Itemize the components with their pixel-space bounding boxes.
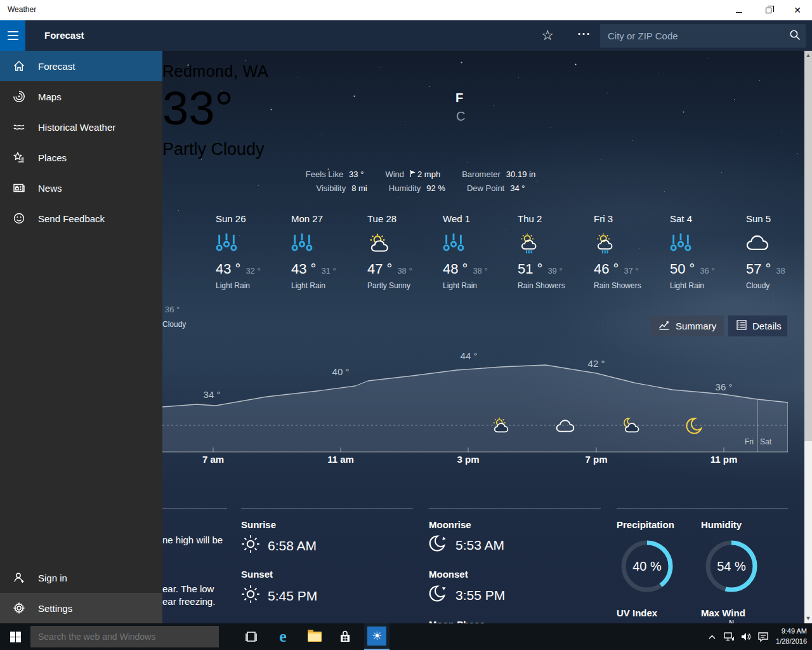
chart-temp-label: 40 °: [322, 366, 360, 377]
taskbar: e ☀ The Collection Book 9:49 AM: [0, 623, 812, 650]
daily-forecast-day[interactable]: Sun 26 43 °32 ° Light Rain: [216, 213, 289, 290]
radar-map-icon: [0, 90, 38, 103]
daily-forecast-day[interactable]: Tue 28 47 °38 ° Partly Sunny: [367, 213, 441, 290]
partly-sunny-icon: [367, 233, 441, 257]
chart-temp-label: 36 °: [705, 381, 743, 392]
chart-temp-label: 34 °: [193, 389, 231, 400]
tray-chevron-up-icon[interactable]: [705, 635, 718, 639]
close-button[interactable]: ✕: [783, 0, 812, 20]
summary-tab-button[interactable]: Summary: [650, 315, 724, 336]
gear-icon: [0, 602, 38, 614]
edge-browser-button[interactable]: e: [270, 623, 296, 650]
volume-icon[interactable]: [740, 632, 752, 641]
details-tab-button[interactable]: Details: [728, 315, 787, 336]
sunset-label: Sunset: [241, 569, 273, 580]
restore-button[interactable]: [754, 0, 783, 20]
search-icon[interactable]: [784, 29, 806, 43]
precipitation-value: 40 %: [618, 559, 676, 574]
location-search-input[interactable]: [600, 30, 784, 41]
unit-fahrenheit-toggle[interactable]: F: [455, 91, 468, 105]
tray-date: 1/28/2016: [774, 637, 807, 647]
cloudy-icon: [746, 233, 812, 257]
task-view-button[interactable]: [239, 623, 264, 650]
scrollbar-down-arrow[interactable]: ▼: [804, 614, 812, 623]
sidebar-item-places[interactable]: Places: [0, 142, 162, 173]
weather-app-icon: ☀: [367, 627, 386, 646]
light-rain-icon: [291, 233, 365, 257]
current-location: Redmond, WA: [162, 62, 679, 81]
weather-app-taskbar-button[interactable]: ☀: [364, 623, 390, 650]
daily-partial-condition: Cloudy: [162, 320, 186, 329]
scrollbar-thumb[interactable]: [804, 60, 812, 441]
daily-forecast-day[interactable]: Fri 3 46 °37 ° Rain Showers: [594, 213, 667, 290]
sidebar-item-sign-in[interactable]: Sign in: [0, 562, 162, 593]
start-button[interactable]: [0, 623, 30, 650]
chart-x-tick: 3 pm: [446, 454, 490, 465]
more-options-button[interactable]: ···: [574, 24, 594, 44]
light-rain-icon: [670, 233, 743, 257]
forecast-main-panel: Redmond, WA 33° F C Partly Cloudy Feels …: [162, 51, 812, 623]
home-icon: [0, 60, 38, 72]
sunrise-value: 6:58 AM: [241, 534, 317, 557]
humidity-label: Humidity: [701, 519, 742, 530]
current-temperature: 33°: [162, 81, 679, 135]
edge-icon: e: [279, 627, 287, 646]
chart-temp-label: 44 °: [450, 350, 488, 361]
current-details-row-1: Feels Like33 ° Wind2 mph Barometer30.19 …: [162, 169, 679, 179]
sunrise-sun-icon: [241, 534, 260, 557]
sidebar-item-label: Maps: [38, 91, 62, 102]
sidebar-item-label: Send Feedback: [38, 213, 105, 224]
daily-forecast-day[interactable]: Thu 2 51 °39 ° Rain Showers: [518, 213, 591, 290]
taskbar-search-box[interactable]: [30, 626, 219, 647]
daily-partial-low-temp: 36 °: [165, 305, 180, 314]
taskbar-clock[interactable]: 9:49 AM 1/28/2016: [774, 627, 807, 647]
person-icon: [0, 571, 38, 584]
sunset-sun-icon: [241, 585, 260, 607]
store-icon: [339, 630, 351, 643]
sidebar-item-news[interactable]: News: [0, 173, 162, 203]
max-wind-label: Max Wind: [701, 607, 745, 618]
unit-celsius-toggle[interactable]: C: [456, 109, 469, 124]
sidebar-item-settings[interactable]: Settings: [0, 593, 162, 623]
sidebar-item-forecast[interactable]: Forecast: [0, 51, 162, 81]
hourly-temperature-chart[interactable]: [162, 347, 788, 453]
location-search-box[interactable]: [600, 24, 806, 48]
favorite-star-icon[interactable]: ☆: [539, 27, 556, 44]
scrollbar-up-arrow[interactable]: ▲: [804, 51, 812, 60]
chart-x-tick: 7 pm: [574, 454, 619, 465]
rain-showers-icon: [594, 233, 667, 257]
wind-direction-icon: [410, 169, 416, 179]
store-button[interactable]: [332, 623, 358, 650]
sidebar-item-maps[interactable]: Maps: [0, 81, 162, 112]
star-list-icon: [0, 151, 38, 164]
column-divider: [429, 508, 601, 508]
daily-forecast-day[interactable]: Sun 5 57 °38 Cloudy: [746, 213, 812, 290]
chart-x-tick: 11 pm: [702, 454, 746, 465]
sidebar-item-send-feedback[interactable]: Send Feedback: [0, 203, 162, 234]
chart-temp-label: 42 °: [577, 358, 615, 369]
chart-x-tick: 11 am: [318, 454, 363, 465]
history-chart-icon: [0, 121, 38, 133]
navigation-sidebar: Forecast Maps Historical Weather Places …: [0, 51, 162, 623]
current-condition: Partly Cloudy: [162, 140, 679, 159]
taskbar-search-input[interactable]: [30, 632, 219, 642]
app-bar: Forecast ☆ ···: [0, 20, 812, 51]
daily-forecast-day[interactable]: Mon 27 43 °31 ° Light Rain: [291, 213, 365, 290]
news-icon: [0, 182, 38, 194]
hamburger-menu-button[interactable]: [0, 20, 25, 51]
sidebar-item-historical-weather[interactable]: Historical Weather: [0, 112, 162, 142]
weather-app-window: Weather ✕ Forecast ☆ ··· Forecast: [0, 0, 812, 650]
daily-forecast-day[interactable]: Sat 4 50 °36 ° Light Rain: [670, 213, 743, 290]
file-explorer-button[interactable]: [302, 623, 327, 650]
column-divider: [617, 508, 788, 508]
vertical-scrollbar[interactable]: ▲ ▼: [804, 51, 812, 623]
minimize-icon: [736, 12, 742, 13]
daily-forecast-day[interactable]: Wed 1 48 °38 ° Light Rain: [443, 213, 516, 290]
action-center-icon[interactable]: [757, 632, 769, 642]
uv-index-label: UV Index: [617, 607, 657, 618]
humidity-value: 54 %: [702, 559, 761, 574]
restore-icon: [766, 8, 771, 13]
network-icon[interactable]: [723, 632, 735, 641]
minimize-button[interactable]: [724, 0, 754, 20]
details-list-icon: [737, 320, 747, 332]
